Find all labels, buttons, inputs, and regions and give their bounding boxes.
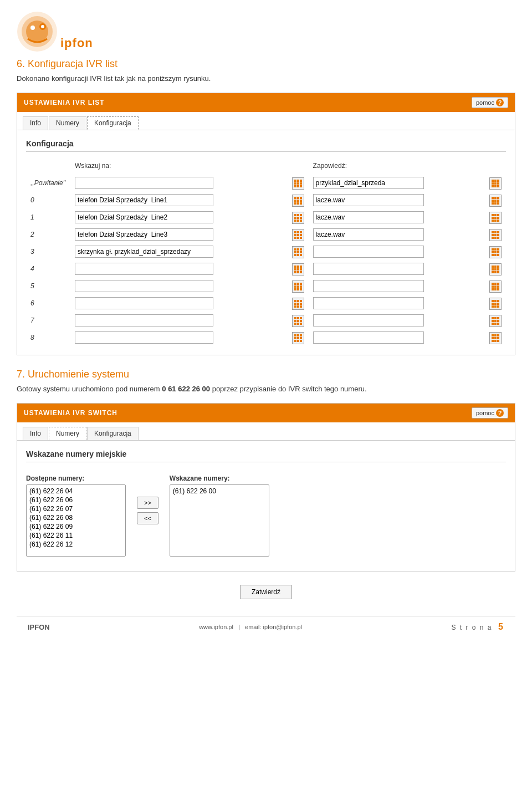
- col-zapowiedz-header: Zapowiedź:: [309, 160, 484, 174]
- table-row: 8: [26, 329, 506, 346]
- tab-numery-2[interactable]: Numery: [49, 427, 86, 440]
- tab-info-2[interactable]: Info: [23, 427, 48, 440]
- list-item[interactable]: (61) 622 26 12: [28, 540, 124, 549]
- wskazuj-grid-button[interactable]: [292, 315, 304, 327]
- wskazuj-grid-button[interactable]: [292, 280, 304, 293]
- pomoc-label-2: pomoc: [476, 410, 494, 416]
- tab-info-1[interactable]: Info: [23, 116, 48, 130]
- row-label: 0: [26, 191, 70, 208]
- row-label: 3: [26, 243, 70, 260]
- wskazuj-input[interactable]: [75, 331, 213, 344]
- wskazuj-grid-button[interactable]: [292, 195, 304, 207]
- wskazuj-input[interactable]: [75, 280, 213, 292]
- zapowiedz-input[interactable]: [313, 297, 424, 309]
- dostepne-label: Dostępne numery:: [26, 474, 126, 482]
- wskazuj-input[interactable]: [75, 263, 213, 275]
- footer: IPFON www.ipfon.pl | email: ipfon@ipfon.…: [17, 616, 515, 637]
- zapowiedz-input[interactable]: [313, 211, 424, 223]
- zapowiedz-input[interactable]: [313, 228, 424, 241]
- list-item[interactable]: (61) 622 26 07: [28, 504, 124, 513]
- wskazuj-grid-button[interactable]: [292, 332, 304, 344]
- ivr-list-panel: USTAWIENIA IVR LIST pomoc ? Info Numery …: [17, 93, 515, 355]
- tab-konfiguracja-2[interactable]: Konfiguracja: [87, 427, 139, 440]
- footer-contact: www.ipfon.pl | email: ipfon@ipfon.pl: [199, 624, 302, 630]
- list-item[interactable]: (61) 622 26 00: [172, 487, 267, 496]
- zapowiedz-input[interactable]: [313, 263, 424, 275]
- footer-email: email: ipfon@ipfon.pl: [245, 624, 302, 630]
- grid-icon: [294, 197, 302, 205]
- wskazane-listbox[interactable]: (61) 622 26 00: [170, 484, 269, 557]
- wskazuj-input[interactable]: [75, 297, 213, 309]
- ivr-list-tabs: Info Numery Konfiguracja: [17, 112, 515, 130]
- zatwierdz-button[interactable]: Zatwierdź: [240, 585, 292, 599]
- grid-icon-z: [492, 197, 499, 205]
- zapowiedz-input[interactable]: [313, 194, 424, 206]
- section2-heading: 7. Uruchomienie systemu: [17, 369, 515, 380]
- wskazuj-grid-button[interactable]: [292, 298, 304, 310]
- config-table: Wskazuj na: Zapowiedź: ,,Powitanie"01234…: [26, 160, 506, 346]
- ivr-list-pomoc-button[interactable]: pomoc ?: [472, 97, 508, 108]
- grid-icon: [294, 231, 302, 239]
- footer-brand: IPFON: [28, 623, 50, 631]
- footer-page-number: 5: [498, 622, 504, 631]
- table-row: 7: [26, 312, 506, 329]
- grid-icon-z: [492, 266, 499, 273]
- list-item[interactable]: (61) 622 26 08: [28, 513, 124, 522]
- section2-desc: Gotowy systemu uruchomiono pod numerem 0…: [17, 385, 515, 393]
- list-item[interactable]: (61) 622 26 11: [28, 531, 124, 540]
- tab-numery-1[interactable]: Numery: [49, 116, 86, 130]
- zapowiedz-grid-button[interactable]: [489, 246, 502, 258]
- section1-desc: Dokonano konfiguracji IVR list tak jak n…: [17, 74, 515, 83]
- wskazuj-grid-button[interactable]: [292, 246, 304, 258]
- col-wskazuj-header: Wskazuj na:: [70, 160, 287, 174]
- numbers-layout: Dostępne numery: (61) 622 26 04(61) 622 …: [26, 469, 506, 562]
- svg-point-3: [30, 25, 35, 30]
- wskazuj-input[interactable]: [75, 314, 213, 326]
- wskazuj-grid-button[interactable]: [292, 229, 304, 241]
- grid-icon: [294, 266, 302, 273]
- zapowiedz-input[interactable]: [313, 246, 424, 258]
- wskazuj-input[interactable]: [75, 246, 213, 258]
- wskazuj-grid-button[interactable]: [292, 263, 304, 275]
- wskazuj-input[interactable]: [75, 228, 213, 241]
- dostepne-listbox[interactable]: (61) 622 26 04(61) 622 26 06(61) 622 26 …: [26, 484, 126, 557]
- list-item[interactable]: (61) 622 26 06: [28, 496, 124, 504]
- grid-icon: [294, 317, 302, 325]
- tab-konfiguracja-1[interactable]: Konfiguracja: [87, 116, 139, 130]
- wskazuj-grid-button[interactable]: [292, 212, 304, 224]
- grid-icon-z: [492, 231, 499, 239]
- konfiguracja-title: Konfiguracja: [26, 139, 506, 152]
- question-icon-2: ?: [496, 409, 504, 417]
- zapowiedz-input[interactable]: [313, 280, 424, 292]
- remove-number-button[interactable]: <<: [137, 512, 158, 524]
- zapowiedz-grid-button[interactable]: [489, 315, 502, 327]
- wskazuj-grid-button[interactable]: [292, 177, 304, 190]
- zapowiedz-input[interactable]: [313, 314, 424, 326]
- grid-icon-z: [492, 334, 499, 342]
- dostepne-col: Dostępne numery: (61) 622 26 04(61) 622 …: [26, 474, 126, 557]
- wskazuj-input[interactable]: [75, 211, 213, 223]
- grid-icon: [294, 214, 302, 222]
- wskazuj-input[interactable]: [75, 177, 213, 189]
- ivr-switch-panel: USTAWIENIA IVR SWITCH pomoc ? Info Numer…: [17, 403, 515, 572]
- zapowiedz-grid-button[interactable]: [489, 332, 502, 344]
- row-label: 5: [26, 277, 70, 294]
- list-item[interactable]: (61) 622 26 09: [28, 522, 124, 531]
- grid-icon-z: [492, 283, 499, 290]
- ivr-switch-pomoc-button[interactable]: pomoc ?: [472, 407, 508, 419]
- zapowiedz-grid-button[interactable]: [489, 263, 502, 275]
- zapowiedz-input[interactable]: [313, 331, 424, 344]
- add-number-button[interactable]: >>: [137, 497, 158, 509]
- list-item[interactable]: (61) 622 26 04: [28, 487, 124, 496]
- zapowiedz-grid-button[interactable]: [489, 212, 502, 224]
- wskazuj-input[interactable]: [75, 194, 213, 206]
- zapowiedz-input[interactable]: [313, 177, 424, 189]
- zapowiedz-grid-button[interactable]: [489, 177, 502, 190]
- ivr-list-panel-body: Konfiguracja Wskazuj na: Zapowiedź: ,,Po…: [17, 130, 515, 355]
- zapowiedz-grid-button[interactable]: [489, 195, 502, 207]
- wskazane-numery-title: Wskazane numery miejskie: [26, 450, 506, 462]
- row-label: 2: [26, 226, 70, 243]
- zapowiedz-grid-button[interactable]: [489, 229, 502, 241]
- zapowiedz-grid-button[interactable]: [489, 280, 502, 293]
- zapowiedz-grid-button[interactable]: [489, 298, 502, 310]
